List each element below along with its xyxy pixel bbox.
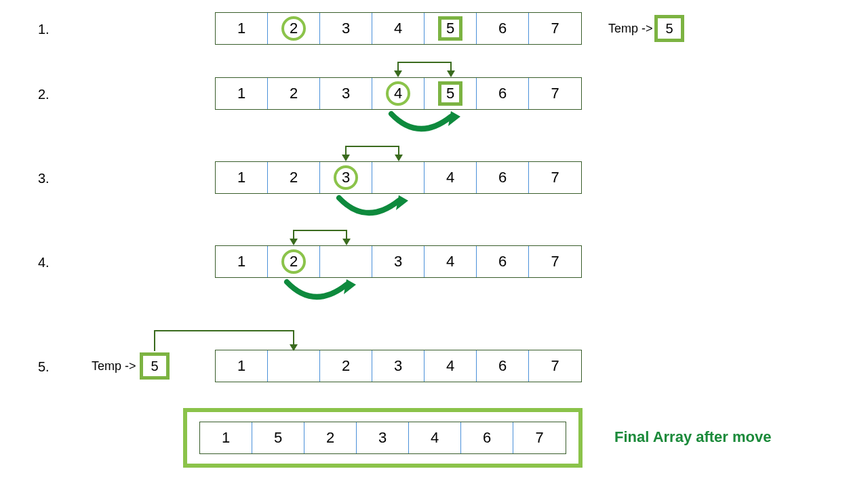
cell: 3 (320, 78, 372, 109)
svg-marker-1 (447, 70, 455, 77)
cell: 6 (461, 422, 513, 453)
cell: 7 (529, 350, 581, 382)
final-label: Final Array after move (614, 428, 772, 446)
cell: 4 (372, 78, 425, 109)
svg-marker-3 (342, 155, 350, 161)
cell: 6 (477, 78, 529, 109)
cell: 7 (529, 13, 581, 44)
step-5-label: 5. (38, 359, 50, 375)
step-1-label: 1. (38, 22, 50, 37)
cell: 2 (268, 78, 320, 109)
cell: 3 (372, 350, 425, 382)
svg-marker-6 (290, 239, 298, 245)
cell: 3 (320, 13, 372, 44)
step-2-label: 2. (38, 87, 50, 102)
cell: 4 (409, 422, 461, 453)
temp-label-top: Temp -> (608, 22, 653, 36)
step-4-label: 4. (38, 255, 50, 270)
step-3-label: 3. (38, 171, 50, 186)
svg-marker-8 (344, 279, 356, 294)
cell: 6 (477, 350, 529, 382)
cell: 3 (320, 162, 372, 193)
cell: 7 (529, 162, 581, 193)
final-wrap: 1 5 2 3 4 6 7 (183, 408, 583, 468)
cell (320, 246, 372, 277)
cell: 2 (268, 13, 320, 44)
bracket-arrow-icon (215, 56, 581, 79)
svg-marker-4 (395, 155, 403, 161)
cell: 1 (200, 422, 252, 453)
cell: 2 (320, 350, 372, 382)
bracket-arrow-icon (215, 224, 581, 247)
cell: 2 (304, 422, 357, 453)
cell: 4 (425, 162, 477, 193)
cell: 7 (529, 78, 581, 109)
cell: 6 (477, 13, 529, 44)
cell: 1 (216, 350, 268, 382)
cell: 2 (268, 162, 320, 193)
cell: 1 (216, 13, 268, 44)
svg-marker-7 (342, 239, 351, 245)
cell: 6 (477, 246, 529, 277)
temp-label-bottom: Temp -> (92, 359, 136, 373)
svg-marker-2 (448, 111, 460, 126)
cell: 3 (372, 246, 425, 277)
final-array: 1 5 2 3 4 6 7 (199, 422, 566, 454)
cell: 1 (216, 246, 268, 277)
svg-marker-5 (396, 195, 408, 210)
cell: 3 (357, 422, 409, 453)
cell: 1 (216, 78, 268, 109)
step-5-array: 1 2 3 4 6 7 (215, 350, 582, 382)
temp-bracket-arrow-icon (0, 319, 610, 351)
swap-arrow-icon (215, 108, 581, 142)
cell (268, 350, 320, 382)
cell: 4 (372, 13, 425, 44)
temp-box-top: 5 (654, 15, 684, 42)
cell: 7 (529, 246, 581, 277)
cell: 5 (425, 78, 477, 109)
step-4-array: 1 2 3 4 6 7 (215, 245, 582, 278)
swap-arrow-icon (215, 192, 581, 226)
cell: 1 (216, 162, 268, 193)
cell: 5 (252, 422, 304, 453)
temp-box-bottom: 5 (140, 352, 170, 380)
cell: 7 (513, 422, 566, 453)
svg-marker-0 (394, 70, 402, 77)
bracket-arrow-icon (215, 140, 581, 163)
swap-arrow-icon (215, 277, 581, 310)
cell (372, 162, 425, 193)
cell: 4 (425, 350, 477, 382)
cell: 6 (477, 162, 529, 193)
cell: 4 (425, 246, 477, 277)
step-2-array: 1 2 3 4 5 6 7 (215, 77, 582, 110)
cell: 2 (268, 246, 320, 277)
step-1-array: 1 2 3 4 5 6 7 (215, 12, 582, 45)
step-3-array: 1 2 3 4 6 7 (215, 161, 582, 194)
cell: 5 (425, 13, 477, 44)
